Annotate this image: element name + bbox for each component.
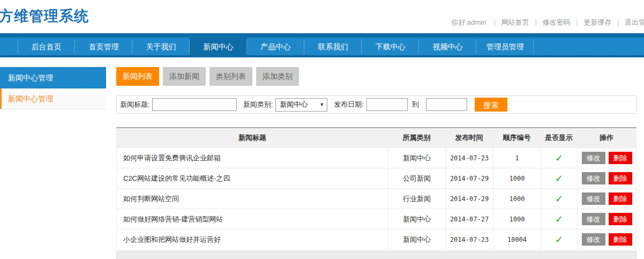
nav-item[interactable]: 联系我们	[304, 33, 362, 57]
main-content: 新闻列表添加新闻类别列表添加类别 新闻标题: 新闻类别: 新闻中心 ▼ 发布日期…	[116, 67, 636, 259]
news-visible-cell: ✓	[541, 189, 577, 209]
news-title-label: 新闻标题:	[120, 100, 150, 109]
col-header-actions: 操作	[577, 128, 636, 147]
news-order-cell: 1000	[493, 168, 541, 188]
news-category-cell: 公司新闻	[388, 168, 445, 188]
date-to-input[interactable]	[426, 98, 467, 111]
table-header-row: 新闻标题 所属类别 发布时间 顺序编号 是否显示 操作	[117, 128, 636, 148]
news-visible-cell: ✓	[541, 209, 577, 229]
news-order-cell: 1000	[493, 209, 541, 229]
nav-item[interactable]: 产品中心	[247, 33, 304, 57]
news-actions-cell: 修改删除	[577, 189, 636, 209]
edit-button[interactable]: 修改	[582, 213, 605, 225]
edit-button[interactable]: 修改	[582, 193, 605, 205]
col-header-order: 顺序编号	[493, 128, 541, 147]
check-icon: ✓	[555, 153, 563, 163]
sidebar-header: 新闻中心管理	[0, 67, 106, 88]
table-row: C2C网站建设的常见功能概述-之四公司新闻2014-07-291000✓修改删除	[117, 168, 636, 189]
delete-button[interactable]: 删除	[609, 172, 632, 184]
header-link[interactable]: 修改密码	[543, 18, 571, 26]
date-to-label: 到	[412, 100, 419, 109]
news-category-cell: 行业新闻	[388, 189, 445, 209]
delete-button[interactable]: 删除	[609, 213, 632, 225]
tab[interactable]: 添加新闻	[163, 67, 206, 86]
table-body: 如何申请设置免费腾讯企业邮箱新闻中心2014-07-231✓修改删除C2C网站建…	[117, 148, 636, 250]
news-table: 新闻标题 所属类别 发布时间 顺序编号 是否显示 操作 如何申请设置免费腾讯企业…	[116, 127, 636, 250]
check-icon: ✓	[555, 194, 563, 204]
col-header-category: 所属类别	[388, 128, 445, 147]
publish-date-label: 发布日期:	[334, 100, 364, 109]
header-link[interactable]: 更新缓存	[583, 18, 611, 26]
link-separator: ｜	[615, 18, 621, 26]
news-category-cell: 新闻中心	[388, 148, 445, 168]
page-header: 方维管理系统 你好:admin ｜网站首页｜修改密码｜更新缓存｜退出管理	[0, 0, 644, 33]
news-title-cell: 如何申请设置免费腾讯企业邮箱	[117, 148, 388, 168]
nav-item[interactable]: 管理员管理	[476, 33, 534, 57]
delete-button[interactable]: 删除	[609, 193, 632, 205]
table-row: 如何申请设置免费腾讯企业邮箱新闻中心2014-07-231✓修改删除	[117, 148, 636, 168]
sidebar: 新闻中心管理 新闻中心管理	[0, 67, 106, 109]
col-header-visible: 是否显示	[541, 128, 577, 147]
edit-button[interactable]: 修改	[582, 233, 605, 246]
news-visible-cell: ✓	[541, 230, 577, 249]
news-actions-cell: 修改删除	[577, 168, 636, 188]
news-title-cell: 如何判断网站空间	[117, 189, 388, 209]
news-order-cell: 1	[493, 148, 541, 168]
date-from-input[interactable]	[366, 98, 408, 111]
news-title-cell: C2C网站建设的常见功能概述-之四	[117, 168, 388, 188]
news-date-cell: 2014-07-29	[445, 189, 493, 209]
search-form: 新闻标题: 新闻类别: 新闻中心 ▼ 发布日期: 到 搜索	[116, 95, 636, 114]
news-category-cell: 新闻中心	[388, 230, 445, 249]
news-title-input[interactable]	[152, 98, 237, 111]
table-row: 小企业图和把网站做好并运营好新闻中心2014-07-2310004✓修改删除	[117, 230, 636, 250]
nav-item[interactable]: 首页管理	[75, 33, 132, 57]
nav-item-active[interactable]: 新闻中心	[190, 33, 247, 57]
col-header-date: 发布时间	[445, 128, 493, 147]
nav-item[interactable]: 后台首页	[18, 33, 75, 57]
tab-active[interactable]: 新闻列表	[116, 67, 159, 86]
tab-bar: 新闻列表添加新闻类别列表添加类别	[116, 67, 636, 86]
header-link[interactable]: 退出管理	[625, 18, 644, 26]
news-visible-cell: ✓	[541, 148, 577, 168]
search-button[interactable]: 搜索	[475, 98, 507, 112]
news-category-cell: 新闻中心	[388, 209, 445, 229]
news-actions-cell: 修改删除	[577, 230, 636, 249]
admin-news-page: { "header": { "title": "方维管理系统", "greeti…	[0, 0, 644, 259]
news-date-cell: 2014-07-23	[445, 148, 493, 168]
check-icon: ✓	[555, 214, 563, 224]
sidebar-item-list: 新闻中心管理	[0, 88, 106, 109]
sidebar-item[interactable]: 新闻中心管理	[0, 88, 106, 109]
tab[interactable]: 添加类别	[256, 67, 299, 86]
nav-item[interactable]: 视频中心	[419, 33, 476, 57]
link-separator: ｜	[533, 18, 540, 26]
edit-button[interactable]: 修改	[582, 152, 605, 164]
delete-button[interactable]: 删除	[609, 233, 632, 246]
user-links: 你好:admin ｜网站首页｜修改密码｜更新缓存｜退出管理	[451, 18, 644, 27]
news-category-label: 新闻类别:	[243, 100, 273, 109]
header-link[interactable]: 网站首页	[501, 18, 529, 26]
chevron-down-icon: ▼	[319, 102, 324, 107]
news-category-selected-value: 新闻中心	[280, 100, 308, 109]
nav-item-list: 后台首页首页管理关于我们新闻中心产品中心联系我们下载中心视频中心管理员管理	[18, 33, 534, 57]
delete-button[interactable]: 删除	[609, 152, 632, 164]
tab[interactable]: 类别列表	[209, 67, 252, 86]
nav-item[interactable]: 关于我们	[132, 33, 190, 57]
news-title-cell: 小企业图和把网站做好并运营好	[117, 230, 388, 249]
check-icon: ✓	[555, 235, 563, 245]
link-separator: ｜	[574, 18, 581, 26]
main-nav: 后台首页首页管理关于我们新闻中心产品中心联系我们下载中心视频中心管理员管理	[0, 33, 644, 57]
edit-button[interactable]: 修改	[582, 172, 605, 184]
check-icon: ✓	[555, 174, 563, 183]
col-header-title: 新闻标题	[117, 128, 388, 147]
greeting-text: 你好:admin	[451, 18, 486, 26]
news-category-select[interactable]: 新闻中心 ▼	[275, 98, 327, 112]
news-actions-cell: 修改删除	[577, 148, 636, 168]
news-visible-cell: ✓	[541, 168, 577, 188]
news-date-cell: 2014-07-29	[445, 168, 493, 188]
table-footer-bar	[116, 251, 636, 259]
table-row: 如何做好网络营销-建营销型网站新闻中心2014-07-271000✓修改删除	[117, 209, 636, 230]
news-date-cell: 2014-07-23	[445, 230, 493, 249]
table-row: 如何判断网站空间行业新闻2014-07-291000✓修改删除	[117, 189, 636, 209]
news-order-cell: 1000	[493, 189, 541, 209]
nav-item[interactable]: 下载中心	[362, 33, 419, 57]
